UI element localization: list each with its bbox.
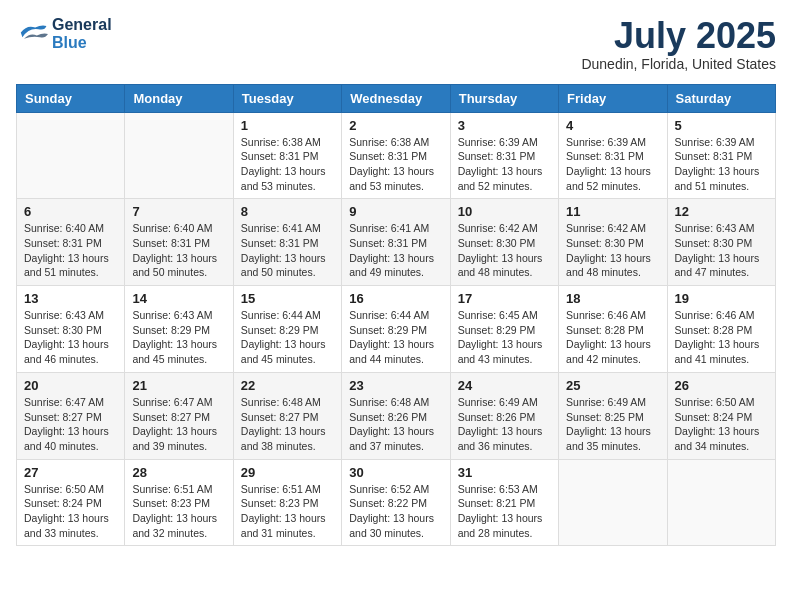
day-info: Sunrise: 6:49 AMSunset: 8:26 PMDaylight:…: [458, 395, 551, 454]
calendar-cell: 27Sunrise: 6:50 AMSunset: 8:24 PMDayligh…: [17, 459, 125, 546]
day-info: Sunrise: 6:39 AMSunset: 8:31 PMDaylight:…: [675, 135, 768, 194]
logo: General Blue: [16, 16, 112, 52]
calendar-cell: 2Sunrise: 6:38 AMSunset: 8:31 PMDaylight…: [342, 112, 450, 199]
day-number: 14: [132, 291, 225, 306]
calendar-cell: 1Sunrise: 6:38 AMSunset: 8:31 PMDaylight…: [233, 112, 341, 199]
page-header: General Blue July 2025 Dunedin, Florida,…: [16, 16, 776, 72]
logo-text: General Blue: [52, 16, 112, 52]
day-number: 27: [24, 465, 117, 480]
day-number: 1: [241, 118, 334, 133]
calendar-cell: 11Sunrise: 6:42 AMSunset: 8:30 PMDayligh…: [559, 199, 667, 286]
calendar-cell: 28Sunrise: 6:51 AMSunset: 8:23 PMDayligh…: [125, 459, 233, 546]
day-info: Sunrise: 6:47 AMSunset: 8:27 PMDaylight:…: [132, 395, 225, 454]
calendar-cell: 8Sunrise: 6:41 AMSunset: 8:31 PMDaylight…: [233, 199, 341, 286]
day-number: 24: [458, 378, 551, 393]
day-info: Sunrise: 6:51 AMSunset: 8:23 PMDaylight:…: [132, 482, 225, 541]
weekday-header-row: SundayMondayTuesdayWednesdayThursdayFrid…: [17, 84, 776, 112]
day-number: 23: [349, 378, 442, 393]
day-number: 25: [566, 378, 659, 393]
calendar-cell: 17Sunrise: 6:45 AMSunset: 8:29 PMDayligh…: [450, 286, 558, 373]
day-info: Sunrise: 6:43 AMSunset: 8:29 PMDaylight:…: [132, 308, 225, 367]
day-number: 4: [566, 118, 659, 133]
calendar-cell: [559, 459, 667, 546]
day-number: 19: [675, 291, 768, 306]
day-info: Sunrise: 6:42 AMSunset: 8:30 PMDaylight:…: [566, 221, 659, 280]
calendar-cell: 14Sunrise: 6:43 AMSunset: 8:29 PMDayligh…: [125, 286, 233, 373]
day-info: Sunrise: 6:38 AMSunset: 8:31 PMDaylight:…: [241, 135, 334, 194]
day-number: 20: [24, 378, 117, 393]
day-info: Sunrise: 6:43 AMSunset: 8:30 PMDaylight:…: [675, 221, 768, 280]
day-number: 2: [349, 118, 442, 133]
calendar-cell: 23Sunrise: 6:48 AMSunset: 8:26 PMDayligh…: [342, 372, 450, 459]
calendar-cell: 29Sunrise: 6:51 AMSunset: 8:23 PMDayligh…: [233, 459, 341, 546]
calendar-cell: [667, 459, 775, 546]
day-info: Sunrise: 6:40 AMSunset: 8:31 PMDaylight:…: [24, 221, 117, 280]
calendar-cell: 20Sunrise: 6:47 AMSunset: 8:27 PMDayligh…: [17, 372, 125, 459]
calendar-cell: 26Sunrise: 6:50 AMSunset: 8:24 PMDayligh…: [667, 372, 775, 459]
day-info: Sunrise: 6:53 AMSunset: 8:21 PMDaylight:…: [458, 482, 551, 541]
day-info: Sunrise: 6:49 AMSunset: 8:25 PMDaylight:…: [566, 395, 659, 454]
calendar-cell: 4Sunrise: 6:39 AMSunset: 8:31 PMDaylight…: [559, 112, 667, 199]
day-number: 10: [458, 204, 551, 219]
calendar-cell: [17, 112, 125, 199]
calendar-week-row: 6Sunrise: 6:40 AMSunset: 8:31 PMDaylight…: [17, 199, 776, 286]
day-number: 15: [241, 291, 334, 306]
day-info: Sunrise: 6:48 AMSunset: 8:27 PMDaylight:…: [241, 395, 334, 454]
calendar-cell: 25Sunrise: 6:49 AMSunset: 8:25 PMDayligh…: [559, 372, 667, 459]
calendar-cell: 16Sunrise: 6:44 AMSunset: 8:29 PMDayligh…: [342, 286, 450, 373]
day-info: Sunrise: 6:50 AMSunset: 8:24 PMDaylight:…: [24, 482, 117, 541]
weekday-header-monday: Monday: [125, 84, 233, 112]
calendar-table: SundayMondayTuesdayWednesdayThursdayFrid…: [16, 84, 776, 547]
day-number: 28: [132, 465, 225, 480]
calendar-cell: 21Sunrise: 6:47 AMSunset: 8:27 PMDayligh…: [125, 372, 233, 459]
location: Dunedin, Florida, United States: [581, 56, 776, 72]
day-info: Sunrise: 6:46 AMSunset: 8:28 PMDaylight:…: [566, 308, 659, 367]
day-info: Sunrise: 6:45 AMSunset: 8:29 PMDaylight:…: [458, 308, 551, 367]
day-number: 9: [349, 204, 442, 219]
title-block: July 2025 Dunedin, Florida, United State…: [581, 16, 776, 72]
weekday-header-saturday: Saturday: [667, 84, 775, 112]
weekday-header-thursday: Thursday: [450, 84, 558, 112]
calendar-cell: 18Sunrise: 6:46 AMSunset: 8:28 PMDayligh…: [559, 286, 667, 373]
day-number: 12: [675, 204, 768, 219]
calendar-cell: 5Sunrise: 6:39 AMSunset: 8:31 PMDaylight…: [667, 112, 775, 199]
calendar-week-row: 1Sunrise: 6:38 AMSunset: 8:31 PMDaylight…: [17, 112, 776, 199]
logo-bird-icon: [16, 20, 48, 48]
day-number: 29: [241, 465, 334, 480]
day-info: Sunrise: 6:41 AMSunset: 8:31 PMDaylight:…: [241, 221, 334, 280]
day-info: Sunrise: 6:44 AMSunset: 8:29 PMDaylight:…: [241, 308, 334, 367]
calendar-cell: 19Sunrise: 6:46 AMSunset: 8:28 PMDayligh…: [667, 286, 775, 373]
day-number: 8: [241, 204, 334, 219]
day-number: 31: [458, 465, 551, 480]
day-number: 18: [566, 291, 659, 306]
calendar-week-row: 27Sunrise: 6:50 AMSunset: 8:24 PMDayligh…: [17, 459, 776, 546]
calendar-cell: 3Sunrise: 6:39 AMSunset: 8:31 PMDaylight…: [450, 112, 558, 199]
day-info: Sunrise: 6:39 AMSunset: 8:31 PMDaylight:…: [458, 135, 551, 194]
calendar-cell: 30Sunrise: 6:52 AMSunset: 8:22 PMDayligh…: [342, 459, 450, 546]
day-number: 11: [566, 204, 659, 219]
calendar-cell: 6Sunrise: 6:40 AMSunset: 8:31 PMDaylight…: [17, 199, 125, 286]
day-info: Sunrise: 6:51 AMSunset: 8:23 PMDaylight:…: [241, 482, 334, 541]
day-number: 5: [675, 118, 768, 133]
day-info: Sunrise: 6:46 AMSunset: 8:28 PMDaylight:…: [675, 308, 768, 367]
day-number: 13: [24, 291, 117, 306]
calendar-week-row: 13Sunrise: 6:43 AMSunset: 8:30 PMDayligh…: [17, 286, 776, 373]
day-number: 22: [241, 378, 334, 393]
calendar-cell: 24Sunrise: 6:49 AMSunset: 8:26 PMDayligh…: [450, 372, 558, 459]
calendar-cell: 10Sunrise: 6:42 AMSunset: 8:30 PMDayligh…: [450, 199, 558, 286]
day-info: Sunrise: 6:52 AMSunset: 8:22 PMDaylight:…: [349, 482, 442, 541]
calendar-cell: 7Sunrise: 6:40 AMSunset: 8:31 PMDaylight…: [125, 199, 233, 286]
calendar-cell: 13Sunrise: 6:43 AMSunset: 8:30 PMDayligh…: [17, 286, 125, 373]
weekday-header-tuesday: Tuesday: [233, 84, 341, 112]
day-number: 6: [24, 204, 117, 219]
weekday-header-sunday: Sunday: [17, 84, 125, 112]
day-number: 26: [675, 378, 768, 393]
weekday-header-friday: Friday: [559, 84, 667, 112]
day-number: 17: [458, 291, 551, 306]
day-info: Sunrise: 6:43 AMSunset: 8:30 PMDaylight:…: [24, 308, 117, 367]
day-info: Sunrise: 6:48 AMSunset: 8:26 PMDaylight:…: [349, 395, 442, 454]
day-info: Sunrise: 6:41 AMSunset: 8:31 PMDaylight:…: [349, 221, 442, 280]
month-title: July 2025: [581, 16, 776, 56]
day-info: Sunrise: 6:40 AMSunset: 8:31 PMDaylight:…: [132, 221, 225, 280]
day-info: Sunrise: 6:42 AMSunset: 8:30 PMDaylight:…: [458, 221, 551, 280]
